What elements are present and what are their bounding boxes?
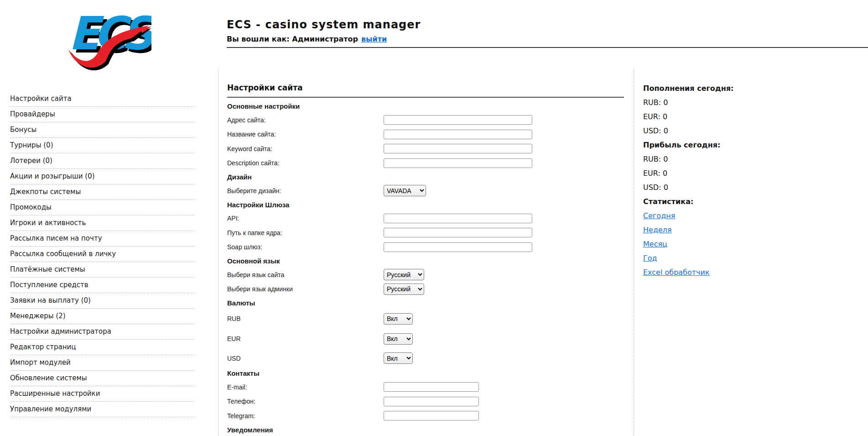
- stats-link-row: Год: [643, 251, 771, 265]
- stats-value: RUB: 0: [643, 152, 771, 166]
- field-label: Название сайта:: [227, 131, 384, 138]
- api-field[interactable]: [384, 214, 532, 223]
- site-description-field[interactable]: [384, 158, 532, 168]
- sidebar-item[interactable]: Настройки администратора: [10, 324, 195, 340]
- field-label: RUB: [227, 315, 384, 322]
- sidebar-item[interactable]: Менеджеры (2): [10, 309, 195, 324]
- header-divider: [227, 47, 868, 48]
- field-label: Путь к папке ядра:: [227, 229, 384, 236]
- field-label: Soap шлюз:: [227, 243, 384, 251]
- site-name-field[interactable]: [384, 130, 532, 139]
- content-title: Настройки сайта: [227, 83, 624, 98]
- stats-link-row: Неделя: [643, 223, 771, 237]
- phone-field[interactable]: [384, 397, 479, 406]
- sidebar-item[interactable]: Расширенные настройки: [10, 386, 195, 402]
- site-settings-form: Основные настройкиАдрес сайта:Название с…: [227, 100, 624, 436]
- soap-gateway-field[interactable]: [384, 242, 532, 252]
- form-section-general: Основные настройкиАдрес сайта:Название с…: [227, 100, 624, 170]
- sidebar-item[interactable]: Заявки на выплату (0): [10, 293, 195, 309]
- sidebar-item[interactable]: Турниры (0): [10, 138, 195, 153]
- form-row: Адрес сайта:: [227, 113, 624, 127]
- form-row: Soap шлюз:: [227, 240, 624, 255]
- core-path-field[interactable]: [384, 228, 532, 237]
- sidebar-item[interactable]: Рассылка писем на почту: [10, 231, 195, 247]
- sidebar-item[interactable]: Игроки и активность: [10, 215, 195, 231]
- stats-link[interactable]: Год: [643, 254, 657, 263]
- form-row: Description сайта:: [227, 156, 624, 171]
- form-row: EURВкл: [227, 328, 624, 350]
- logout-link[interactable]: выйти: [361, 35, 387, 43]
- sidebar-item[interactable]: Промокоды: [10, 200, 195, 215]
- sidebar-item[interactable]: Акции и розыгрыши (0): [10, 169, 195, 184]
- stats-link[interactable]: Месяц: [643, 240, 667, 248]
- sidebar-item[interactable]: Джекпоты системы: [10, 184, 195, 200]
- stats-link[interactable]: Excel обработчик: [643, 268, 710, 277]
- stats-link[interactable]: Неделя: [643, 226, 672, 234]
- form-row: Путь к папке ядра:: [227, 226, 624, 240]
- field-label: Телефон:: [227, 398, 384, 405]
- admin-language-select[interactable]: Русский: [384, 284, 424, 295]
- field-label: API:: [227, 215, 384, 222]
- sidebar-item[interactable]: Импорт модулей: [10, 355, 195, 371]
- form-row: E-mail:: [227, 380, 624, 394]
- stats-group-header: Статистика:: [643, 194, 771, 209]
- sidebar-item[interactable]: Настройки сайта: [10, 91, 195, 107]
- sidebar-item[interactable]: Рассылка сообщений в личку: [10, 247, 195, 262]
- section-header: Уведомления: [227, 423, 624, 436]
- form-section-design: ДизайнВыберите дизайн:VAVADA: [227, 170, 624, 198]
- stats-link-row: Месяц: [643, 237, 771, 251]
- eur-toggle-select[interactable]: Вкл: [384, 333, 413, 345]
- stats-value: EUR: 0: [643, 166, 771, 180]
- field-label: E-mail:: [227, 383, 384, 391]
- form-row: USDВкл: [227, 350, 624, 367]
- left-content-divider: [218, 68, 218, 436]
- form-row: RUBВкл: [227, 310, 624, 328]
- right-content-divider: [634, 68, 634, 436]
- form-row: Название сайта:: [227, 127, 624, 142]
- form-section-currencies: ВалютыRUBВклEURВклUSDВкл: [227, 296, 624, 367]
- form-row: Keyword сайта:: [227, 142, 624, 156]
- sidebar-item[interactable]: Поступление средств: [10, 278, 195, 293]
- sidebar-item[interactable]: Обновление системы: [10, 371, 195, 386]
- site-keyword-field[interactable]: [384, 144, 532, 153]
- field-label: Адрес сайта:: [227, 116, 384, 124]
- stats-value: USD: 0: [643, 124, 771, 138]
- sidebar-item[interactable]: Редактор страниц: [10, 340, 195, 355]
- sidebar-item[interactable]: Провайдеры: [10, 107, 195, 122]
- section-header: Дизайн: [227, 170, 624, 184]
- sidebar-menu: Настройки сайтаПровайдерыБонусыТурниры (…: [10, 91, 195, 417]
- form-row: Telegram:: [227, 409, 624, 423]
- form-row: Выберите дизайн:VAVADA: [227, 184, 624, 198]
- form-section-notifications: УведомленияПри пополнение счета:: [227, 423, 624, 436]
- field-label: Keyword сайта:: [227, 145, 384, 152]
- section-header: Основные настройки: [227, 100, 624, 113]
- email-field[interactable]: [384, 382, 479, 392]
- stats-value: RUB: 0: [643, 95, 771, 110]
- design-select[interactable]: VAVADA: [384, 185, 426, 196]
- field-label: USD: [227, 355, 384, 362]
- field-label: Выбери язык сайта: [227, 271, 384, 278]
- usd-toggle-select[interactable]: Вкл: [384, 352, 413, 364]
- telegram-field[interactable]: [384, 411, 479, 420]
- site-language-select[interactable]: Русский: [384, 269, 424, 280]
- form-row: Телефон:: [227, 394, 624, 409]
- site-address-field[interactable]: [384, 115, 532, 125]
- login-status: Вы вошли как: Администраторвыйти: [227, 35, 387, 43]
- stats-link[interactable]: Сегодня: [643, 211, 675, 220]
- sidebar-item[interactable]: Лотереи (0): [10, 153, 195, 169]
- stats-value: EUR: 0: [643, 110, 771, 124]
- sidebar-item[interactable]: Управление модулями: [10, 402, 195, 417]
- sidebar-item[interactable]: Платёжные системы: [10, 262, 195, 278]
- form-section-gateway: Настройки ШлюзаAPI:Путь к папке ядра:Soa…: [227, 198, 624, 255]
- form-row: Выбери язык сайтаРусский: [227, 268, 624, 282]
- rub-toggle-select[interactable]: Вкл: [384, 313, 413, 325]
- form-row: API:: [227, 211, 624, 226]
- field-label: Telegram:: [227, 412, 384, 420]
- page-title: ECS - casino system manager: [227, 18, 421, 31]
- ecs-logo-image: ECS ECS: [62, 5, 151, 70]
- login-status-text: Вы вошли как: Администратор: [227, 35, 358, 43]
- field-label: Description сайта:: [227, 159, 384, 167]
- stats-group-header: Пополнения сегодня:: [643, 81, 771, 95]
- sidebar-item[interactable]: Бонусы: [10, 122, 195, 138]
- stats-link-row: Сегодня: [643, 209, 771, 223]
